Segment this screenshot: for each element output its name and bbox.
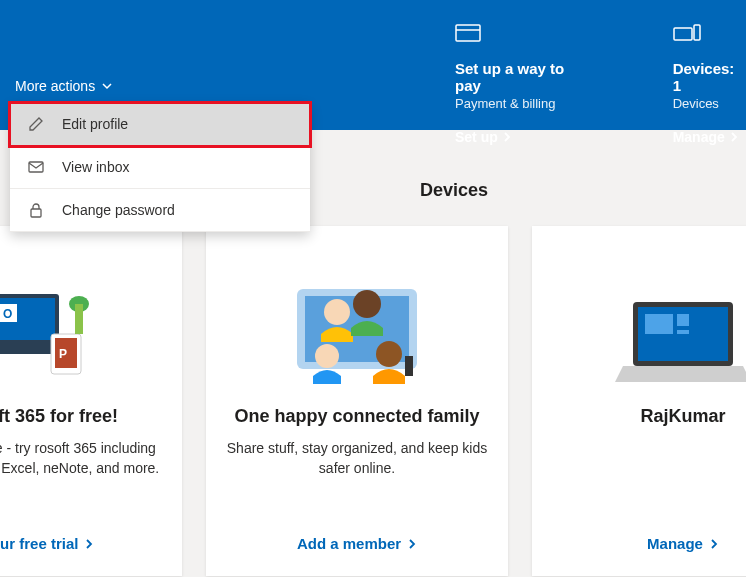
lock-icon [28, 202, 44, 218]
svg-rect-4 [29, 162, 43, 172]
mail-icon [28, 159, 44, 175]
content-cards: O P icrosoft 365 for free! nore producti… [0, 226, 746, 576]
payment-title: Set up a way to pay [455, 60, 593, 94]
devices-tile: Devices: 1 Devices Manage [673, 24, 746, 145]
svg-rect-16 [75, 304, 83, 334]
chevron-right-icon [709, 539, 719, 549]
svg-point-20 [353, 290, 381, 318]
svg-point-22 [376, 341, 402, 367]
devices-section-heading: Devices [420, 180, 488, 201]
family-illustration [257, 254, 457, 394]
svg-rect-5 [31, 209, 41, 217]
svg-rect-0 [456, 25, 480, 41]
card-m365: O P icrosoft 365 for free! nore producti… [0, 226, 182, 576]
pencil-icon [28, 116, 44, 132]
m365-illustration: O P [0, 254, 131, 394]
payment-subtitle: Payment & billing [455, 96, 593, 111]
devices-title: Devices: 1 [673, 60, 746, 94]
devices-manage-link[interactable]: Manage [673, 129, 746, 145]
credit-card-icon [455, 24, 593, 52]
devices-icon [673, 24, 746, 52]
menu-item-label: Change password [62, 202, 175, 218]
chevron-right-icon [729, 132, 739, 142]
card-title: RajKumar [640, 406, 725, 427]
chevron-right-icon [84, 539, 94, 549]
payment-setup-link[interactable]: Set up [455, 129, 593, 145]
card-family: One happy connected family Share stuff, … [206, 226, 508, 576]
svg-point-21 [315, 344, 339, 368]
menu-item-edit-profile[interactable]: Edit profile [10, 103, 310, 146]
svg-point-19 [324, 299, 350, 325]
card-title: icrosoft 365 for free! [0, 406, 118, 427]
card-action-manage-device[interactable]: Manage [647, 535, 719, 552]
card-body: Share stuff, stay organized, and keep ki… [226, 439, 488, 478]
svg-rect-28 [677, 330, 689, 334]
card-device: RajKumar Manage [532, 226, 746, 576]
payment-tile: Set up a way to pay Payment & billing Se… [455, 24, 593, 145]
devices-subtitle: Devices [673, 96, 746, 111]
svg-text:P: P [59, 347, 67, 361]
chevron-down-icon [101, 80, 113, 92]
menu-item-label: View inbox [62, 159, 129, 175]
svg-text:O: O [3, 307, 12, 321]
chevron-right-icon [502, 132, 512, 142]
laptop-illustration [603, 254, 746, 394]
svg-rect-2 [674, 28, 692, 40]
menu-item-change-password[interactable]: Change password [10, 189, 310, 232]
card-action-add-member[interactable]: Add a member [297, 535, 417, 552]
more-actions-label: More actions [15, 78, 95, 94]
more-actions-menu: Edit profile View inbox Change password [10, 103, 310, 232]
card-body: nore productive - try rosoft 365 includi… [0, 439, 162, 478]
svg-rect-27 [677, 314, 689, 326]
card-action-trial[interactable]: rt your free trial [0, 535, 94, 552]
header-tiles: Set up a way to pay Payment & billing Se… [455, 24, 746, 145]
card-title: One happy connected family [234, 406, 479, 427]
svg-rect-3 [694, 25, 700, 40]
menu-item-label: Edit profile [62, 116, 128, 132]
chevron-right-icon [407, 539, 417, 549]
svg-rect-26 [645, 314, 673, 334]
more-actions-trigger[interactable]: More actions [15, 78, 113, 94]
svg-rect-23 [405, 356, 413, 376]
menu-item-view-inbox[interactable]: View inbox [10, 146, 310, 189]
